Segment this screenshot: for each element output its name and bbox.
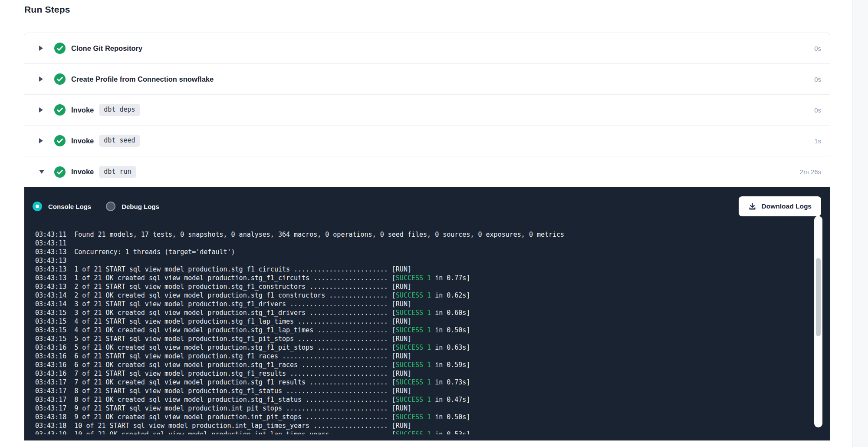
download-icon xyxy=(748,202,756,211)
log-line: 03:43:17 8 of 21 OK created sql view mod… xyxy=(35,395,812,404)
log-line: 03:43:11 Found 21 models, 17 tests, 0 sn… xyxy=(35,230,812,239)
step-create-profile[interactable]: Create Profile from Connection snowflake… xyxy=(24,64,830,95)
log-line: 03:43:14 2 of 21 OK created sql view mod… xyxy=(35,291,812,300)
log-line: 03:43:16 6 of 21 START sql view model pr… xyxy=(35,352,812,361)
log-line: 03:43:19 10 of 21 OK created sql view mo… xyxy=(35,430,812,434)
download-logs-button[interactable]: Download Logs xyxy=(739,196,821,216)
log-line: 03:43:13 Concurrency: 1 threads (target=… xyxy=(35,248,812,256)
log-line: 03:43:15 3 of 21 OK created sql view mod… xyxy=(35,308,812,317)
log-line: 03:43:18 10 of 21 START sql view model p… xyxy=(35,421,812,430)
command-badge: dbt deps xyxy=(99,104,140,116)
step-label: Invoke xyxy=(71,137,94,145)
log-line: 03:43:15 4 of 21 START sql view model pr… xyxy=(35,317,812,326)
step-duration: 2m 26s xyxy=(800,168,821,175)
log-line: 03:43:17 9 of 21 START sql view model pr… xyxy=(35,404,812,413)
log-line: 03:43:16 6 of 21 OK created sql view mod… xyxy=(35,361,812,369)
log-line: 03:43:13 2 of 21 START sql view model pr… xyxy=(35,282,812,291)
log-line: 03:43:15 5 of 21 START sql view model pr… xyxy=(35,334,812,343)
console-log-panel: Console Logs Debug Logs Download Logs 03… xyxy=(24,187,830,440)
log-line: 03:43:15 4 of 21 OK created sql view mod… xyxy=(35,326,812,334)
console-logs-radio[interactable] xyxy=(33,202,42,211)
success-check-icon xyxy=(54,104,66,116)
log-line: 03:43:17 7 of 21 OK created sql view mod… xyxy=(35,378,812,387)
chevron-down-icon[interactable] xyxy=(39,170,45,174)
chevron-right-icon[interactable] xyxy=(39,138,45,143)
log-line: 03:43:16 7 of 21 START sql view model pr… xyxy=(35,369,812,378)
run-steps-card: Clone Git Repository 0s Create Profile f… xyxy=(24,33,830,447)
step-invoke-dbt-deps[interactable]: Invoke dbt deps 0s xyxy=(24,95,830,126)
debug-logs-label[interactable]: Debug Logs xyxy=(122,203,159,210)
log-line: 03:43:14 3 of 21 START sql view model pr… xyxy=(35,300,812,308)
step-label: Clone Git Repository xyxy=(71,44,142,53)
command-badge: dbt run xyxy=(99,166,136,178)
log-line: 03:43:16 5 of 21 OK created sql view mod… xyxy=(35,343,812,352)
success-check-icon xyxy=(54,73,66,85)
log-line: 03:43:13 1 of 21 START sql view model pr… xyxy=(35,265,812,274)
console-logs-label[interactable]: Console Logs xyxy=(48,203,91,210)
step-duration: 1s xyxy=(814,137,821,145)
debug-logs-radio[interactable] xyxy=(106,202,115,211)
step-duration: 0s xyxy=(814,45,821,52)
success-check-icon xyxy=(54,43,66,54)
step-label: Create Profile from Connection snowflake xyxy=(71,75,214,83)
step-clone-git-repository[interactable]: Clone Git Repository 0s xyxy=(24,33,830,64)
step-duration: 0s xyxy=(814,106,821,114)
chevron-right-icon[interactable] xyxy=(39,76,45,82)
page-title: Run Steps xyxy=(24,4,70,15)
log-scrollbar-track[interactable] xyxy=(814,216,822,427)
step-label: Invoke xyxy=(71,168,94,176)
chevron-right-icon[interactable] xyxy=(39,46,45,51)
log-line: 03:43:17 8 of 21 START sql view model pr… xyxy=(35,387,812,395)
log-line: 03:43:18 9 of 21 OK created sql view mod… xyxy=(35,413,812,421)
step-duration: 0s xyxy=(814,76,821,83)
success-check-icon xyxy=(54,135,66,146)
log-line: 03:43:13 xyxy=(35,256,812,265)
log-scrollbar-thumb[interactable] xyxy=(816,258,821,336)
success-check-icon xyxy=(54,166,66,178)
step-invoke-dbt-run[interactable]: Invoke dbt run 2m 26s xyxy=(24,156,830,187)
log-panel-header: Console Logs Debug Logs Download Logs xyxy=(24,187,830,216)
download-logs-label: Download Logs xyxy=(762,202,812,210)
log-line: 03:43:13 1 of 21 OK created sql view mod… xyxy=(35,274,812,282)
step-label: Invoke xyxy=(71,106,94,114)
step-invoke-dbt-seed[interactable]: Invoke dbt seed 1s xyxy=(24,126,830,156)
chevron-right-icon[interactable] xyxy=(39,107,45,113)
log-line: 03:43:11 xyxy=(35,239,812,248)
console-log-output: 03:43:11 Found 21 models, 17 tests, 0 sn… xyxy=(35,217,812,434)
command-badge: dbt seed xyxy=(99,135,140,147)
page-right-gutter xyxy=(852,0,868,447)
